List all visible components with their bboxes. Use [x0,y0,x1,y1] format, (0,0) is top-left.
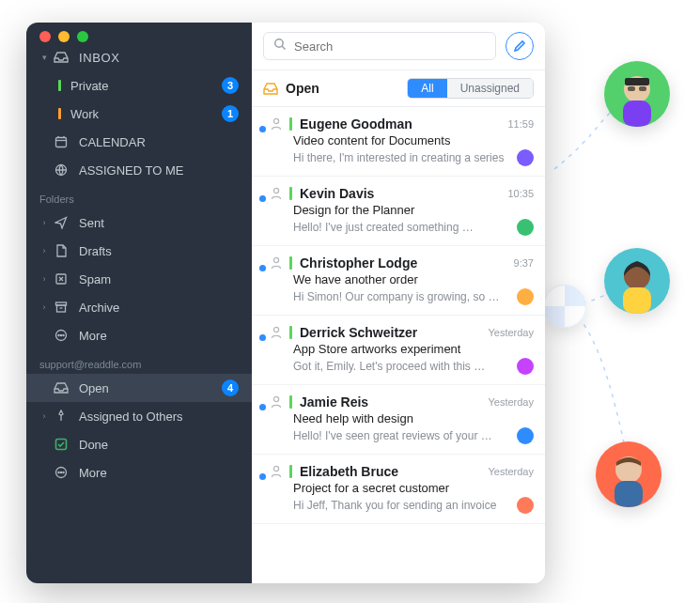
color-swatch [289,326,292,339]
svg-point-27 [273,327,278,332]
globe-icon [53,163,70,177]
search-input[interactable] [263,32,496,60]
sidebar-item-assigned-others[interactable]: › Assigned to Others [26,402,252,430]
chevron-right-icon: › [39,246,49,255]
badge: 4 [222,379,239,396]
chevron-down-icon: ▾ [39,53,49,62]
message-row[interactable]: Eugene Goodman 11:59 Video content for D… [252,107,545,177]
message-time: 10:35 [507,188,534,199]
svg-point-22 [63,472,64,472]
chevron-right-icon: › [39,274,49,284]
sidebar-item-spam[interactable]: › Spam [26,265,252,293]
svg-point-17 [63,334,64,335]
sidebar-label: ASSIGNED TO ME [79,163,239,178]
avatar [517,427,534,444]
assigned-icon [53,410,70,423]
minimize-icon[interactable] [58,31,70,42]
color-swatch [289,465,292,478]
message-sender: Derrick Schweitzer [300,325,480,340]
sidebar-item-open[interactable]: Open 4 [26,374,252,402]
svg-point-24 [273,118,278,123]
assignee-icon [271,187,282,200]
sidebar-label: Sent [79,216,239,230]
color-swatch [289,117,292,131]
unread-dot-icon [259,473,266,480]
close-icon[interactable] [39,31,51,42]
sidebar-item-assigned-to-me[interactable]: ASSIGNED TO ME [26,156,252,184]
topbar [252,23,545,70]
inbox-icon [53,52,70,63]
sidebar-item-archive[interactable]: › Archive [26,293,252,321]
seg-all-button[interactable]: All [408,79,446,98]
assignee-icon [271,465,282,478]
color-swatch [58,108,61,119]
message-subject: App Store artworks experiment [271,342,534,356]
badge: 1 [222,105,239,122]
message-subject: Design for the Planner [271,203,534,217]
spam-icon [53,272,70,286]
svg-rect-6 [623,287,651,314]
sidebar-item-more-account[interactable]: More [26,458,252,487]
seg-unassigned-button[interactable]: Unassigned [447,79,533,98]
team-avatar-2 [604,248,670,314]
sidebar-item-private[interactable]: Private 3 [26,71,252,100]
assignee-icon [271,395,282,409]
sidebar-item-inbox[interactable]: ▾ INBOX [26,43,252,71]
sidebar-item-more-folders[interactable]: More [26,321,252,349]
message-sender: Elizabeth Bruce [300,464,480,479]
content-pane: Open All Unassigned Eugene Goodman 11:59… [252,23,545,583]
compose-button[interactable] [506,32,534,60]
svg-point-20 [58,472,59,472]
color-swatch [289,395,292,409]
color-swatch [58,80,61,91]
message-preview: Hi Simon! Our company is growing, so … [293,290,509,303]
more-icon [53,466,70,479]
sidebar-item-calendar[interactable]: CALENDAR [26,128,252,156]
svg-rect-2 [625,78,649,85]
maximize-icon[interactable] [77,31,88,42]
unread-dot-icon [259,195,266,202]
chevron-right-icon: › [39,302,49,312]
sidebar-label: Assigned to Others [79,410,239,424]
search-icon [273,38,287,54]
svg-point-26 [273,257,278,262]
calendar-icon [53,135,70,148]
svg-rect-4 [639,86,646,91]
message-row[interactable]: Derrick Schweitzer Yesterday App Store a… [252,316,545,385]
sidebar-label: More [79,329,239,343]
search-field[interactable] [294,39,486,54]
message-row[interactable]: Elizabeth Bruce Yesterday Project for a … [252,455,545,524]
message-row[interactable]: Kevin Davis 10:35 Design for the Planner… [252,177,545,246]
sidebar-label: CALENDAR [79,135,239,149]
window-controls [26,23,252,43]
message-row[interactable]: Jamie Reis Yesterday Need help with desi… [252,385,545,455]
message-list[interactable]: Eugene Goodman 11:59 Video content for D… [252,107,545,583]
sidebar-item-done[interactable]: Done [26,430,252,458]
open-icon [53,382,70,394]
sidebar-item-work[interactable]: Work 1 [26,100,252,128]
assignee-icon [271,256,282,270]
svg-point-23 [275,39,283,47]
svg-rect-9 [56,138,67,147]
sidebar-item-sent[interactable]: › Sent [26,209,252,237]
svg-rect-3 [628,86,635,91]
sent-icon [53,216,70,229]
message-row[interactable]: Christopher Lodge 9:37 We have another o… [252,246,545,316]
sidebar-item-drafts[interactable]: › Drafts [26,237,252,265]
list-title: Open [286,81,319,96]
hub-node [543,285,586,328]
message-preview: Hi Jeff, Thank you for sending an invoic… [293,499,509,512]
app-window: ▾ INBOX Private 3 Work 1 CALENDAR [26,23,545,583]
chevron-right-icon: › [39,218,49,227]
archive-icon [53,301,70,314]
color-swatch [289,256,292,270]
message-subject: Need help with design [271,411,534,425]
avatar [517,149,534,166]
avatar [517,358,534,375]
sidebar-label: Open [79,381,222,395]
avatar [517,497,534,514]
svg-point-21 [60,472,61,472]
avatar [517,219,534,236]
sidebar-label: Drafts [79,244,239,258]
team-avatar-3 [596,441,661,507]
